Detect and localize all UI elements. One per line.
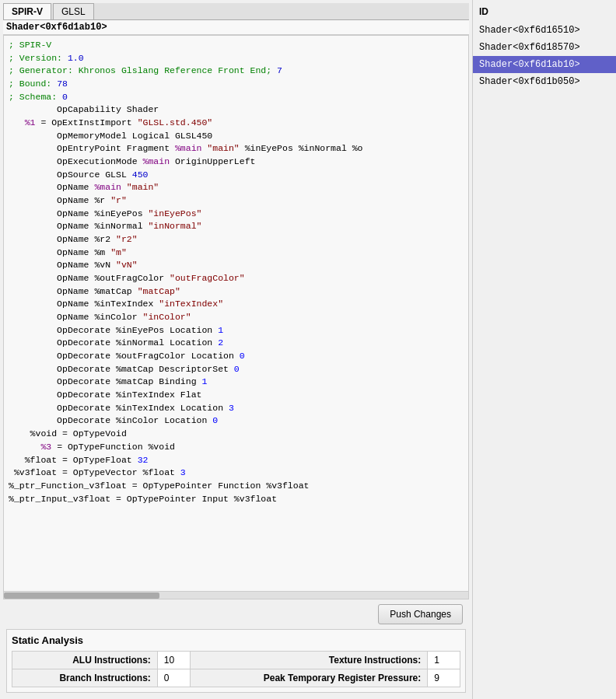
scrollbar-thumb[interactable] [4,592,159,599]
shader-item-0[interactable]: Shader<0xf6d16510> [473,22,616,39]
right-panel-title: ID [473,3,616,22]
peak-value: 9 [428,669,460,687]
shader-title: Shader<0xf6d1ab10> [3,20,469,35]
left-panel: SPIR-V GLSL Shader<0xf6d1ab10> ; SPIR-V … [0,0,472,699]
peak-label: Peak Temporary Register Pressure: [191,669,428,687]
shader-item-3[interactable]: Shader<0xf6d1b050> [473,73,616,90]
texture-value: 1 [428,652,460,669]
right-panel: ID Shader<0xf6d16510> Shader<0xf6d18570>… [472,0,616,699]
static-analysis-title: Static Analysis [12,634,460,646]
tab-glsl[interactable]: GLSL [53,3,94,19]
button-area: Push Changes [3,599,469,629]
tab-spir-v[interactable]: SPIR-V [3,3,51,19]
push-changes-button[interactable]: Push Changes [378,604,463,624]
branch-value: 0 [157,669,190,687]
stats-row-2: Branch Instructions: 0 Peak Temporary Re… [12,669,460,687]
stats-row-1: ALU Instructions: 10 Texture Instruction… [12,652,460,669]
horizontal-scrollbar[interactable] [3,592,469,599]
stats-table: ALU Instructions: 10 Texture Instruction… [12,651,460,687]
shader-item-1[interactable]: Shader<0xf6d18570> [473,39,616,56]
static-analysis-panel: Static Analysis ALU Instructions: 10 Tex… [6,629,466,693]
tab-bar: SPIR-V GLSL [3,3,469,20]
main-container: SPIR-V GLSL Shader<0xf6d1ab10> ; SPIR-V … [0,0,616,699]
code-editor[interactable]: ; SPIR-V ; Version: 1.0 ; Generator: Khr… [3,35,469,592]
alu-value: 10 [157,652,190,669]
texture-label: Texture Instructions: [191,652,428,669]
alu-label: ALU Instructions: [12,652,158,669]
shader-item-2[interactable]: Shader<0xf6d1ab10> [473,56,616,73]
branch-label: Branch Instructions: [12,669,158,687]
